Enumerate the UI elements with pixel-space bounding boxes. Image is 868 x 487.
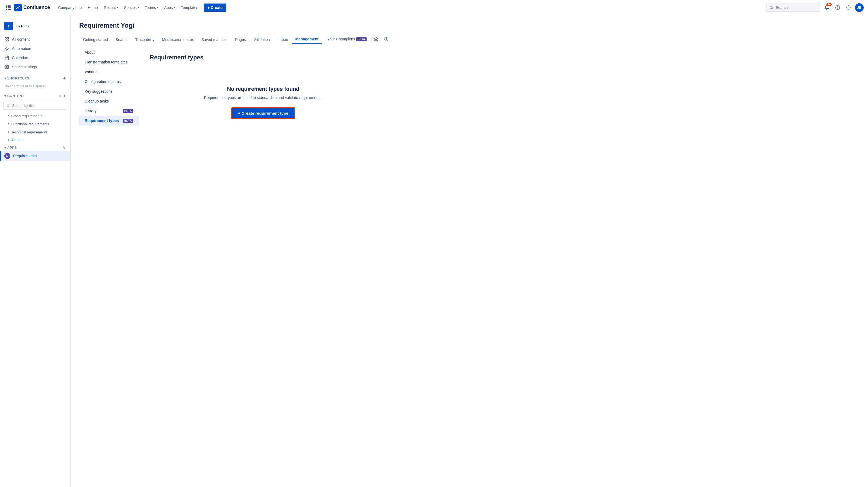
help-tab-icon[interactable] [382,35,391,43]
mgmt-about[interactable]: About [79,47,138,57]
svg-point-10 [848,7,849,8]
help-icon [835,5,840,10]
shortcuts-section: ▾ Shortcuts + [0,74,70,83]
content-add-icon[interactable]: + [63,94,66,98]
create-button[interactable]: + Create [204,3,226,12]
content-filter-icon[interactable]: ≡ [59,94,62,98]
svg-rect-6 [6,9,7,10]
search-box[interactable] [766,3,820,12]
tabs-left: Getting started Search Traceability Modi… [79,35,292,45]
svg-point-19 [6,66,8,68]
svg-point-20 [6,155,8,156]
sidebar-broad-requirements[interactable]: Broad requirements [0,112,70,120]
main-inner: Requirement Yogi Getting started Search … [70,15,396,215]
avatar[interactable]: JB [855,3,864,12]
settings-button[interactable] [844,3,853,12]
mgmt-transformation-templates[interactable]: Transformation templates [79,57,138,67]
apps-edit-icon[interactable]: ✎ [63,145,66,150]
tab-pages[interactable]: Pages [231,35,250,45]
shortcuts-header: ▾ Shortcuts + [4,76,66,81]
mgmt-cleanup-tasks[interactable]: Cleanup tasks [79,96,138,106]
sidebar-search-input[interactable] [12,104,64,108]
apps-toggle[interactable]: ▾ Apps [4,146,17,150]
settings-icon [846,5,851,10]
mgmt-variants[interactable]: Variants [79,67,138,77]
nav-apps[interactable]: Apps ▾ [161,4,178,11]
tab-search[interactable]: Search [112,35,131,45]
svg-rect-14 [7,40,9,41]
req-types-title: Requirement types [150,54,377,61]
svg-rect-8 [9,9,10,10]
page-title: Requirement Yogi [79,22,388,29]
main-nav: Company hub Home Recent ▾ Spaces ▾ Teams… [55,3,765,12]
tab-getting-started[interactable]: Getting started [79,35,112,45]
logo-icon [14,4,22,11]
nav-company-hub[interactable]: Company hub [55,4,84,11]
tab-import[interactable]: Import [274,35,292,45]
logo[interactable]: Confluence [14,4,50,11]
svg-rect-13 [5,40,6,41]
svg-rect-2 [9,5,10,7]
help-button[interactable] [833,3,842,12]
mgmt-key-suggestions[interactable]: Key suggestions [79,87,138,96]
sidebar-create-page[interactable]: + Create [0,136,70,143]
shortcuts-add-icon[interactable]: + [63,76,66,81]
apps-header: ▾ Apps ✎ [0,143,70,151]
nav-home[interactable]: Home [85,4,100,11]
content-section: ▾ Content ≡ + [0,91,70,101]
mgmt-requirement-types[interactable]: Requirement types BETA [79,116,138,126]
svg-rect-4 [8,7,9,8]
main-layout: T TYPES All content Automation [0,15,868,487]
svg-rect-11 [5,37,6,39]
notification-badge: 9+ [827,3,832,6]
sidebar-technical-requirements[interactable]: Technical requirements [0,128,70,136]
your-champions-beta-badge: BETA [356,37,367,41]
tab-modification-matrix[interactable]: Modification matrix [158,35,197,45]
sidebar: T TYPES All content Automation [0,15,70,487]
tab-validation[interactable]: Validation [250,35,274,45]
lightning-icon [4,46,9,51]
sidebar-search-box[interactable] [3,102,67,109]
gear-icon [4,65,9,69]
sidebar-search-icon [6,104,10,108]
nav-spaces[interactable]: Spaces ▾ [121,4,142,11]
top-navigation: Confluence Company hub Home Recent ▾ Spa… [0,0,868,15]
tab-saved-matrices[interactable]: Saved matrices [197,35,231,45]
nav-templates[interactable]: Templates [178,4,201,11]
shortcuts-toggle[interactable]: ▾ Shortcuts [4,76,29,80]
active-bar [0,151,1,161]
nav-recent[interactable]: Recent ▾ [101,4,121,11]
notifications-button[interactable]: 9+ [823,3,831,12]
empty-state-title: No requirement types found [227,86,300,92]
topnav-right: 9+ JB [766,3,864,12]
sidebar-item-automation[interactable]: Automation [0,44,70,53]
tab-management[interactable]: Management [292,35,322,44]
sidebar-functional-requirements[interactable]: Functional requirements [0,120,70,128]
tab-icons [372,35,391,43]
svg-rect-3 [6,7,7,8]
mgmt-history[interactable]: History BETA [79,106,138,116]
settings-tab-icon[interactable] [372,35,380,43]
search-input[interactable] [776,5,814,10]
content-toggle[interactable]: ▾ Content [4,94,24,98]
svg-rect-0 [6,5,7,7]
content-header: ▾ Content ≡ + [4,94,66,98]
space-name: TYPES [16,24,29,28]
sidebar-app-requirements[interactable]: Requirements [0,151,70,161]
calendar-icon [4,55,9,60]
tab-traceability[interactable]: Traceability [131,35,158,45]
history-beta-badge: BETA [123,109,133,113]
svg-rect-5 [9,7,10,8]
create-requirement-type-button[interactable]: + Create requirement type [231,107,295,119]
svg-rect-15 [5,56,9,60]
requirements-icon [4,153,10,159]
sidebar-item-calendars[interactable]: Calendars [0,53,70,62]
nav-teams[interactable]: Teams ▾ [142,4,161,11]
sidebar-item-space-settings[interactable]: Space settings [0,62,70,72]
tab-your-champions[interactable]: Your Champions BETA [324,35,370,44]
requirement-types-beta-badge: BETA [123,119,133,123]
empty-state: No requirement types found Requirement t… [150,70,377,135]
mgmt-configuration-macros[interactable]: Configuration macros [79,77,138,87]
sidebar-item-all-content[interactable]: All content [0,35,70,44]
grid-menu-icon[interactable] [4,4,12,11]
